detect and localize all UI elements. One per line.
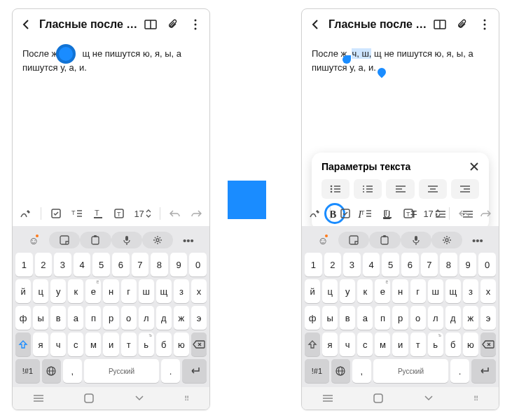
- key[interactable]: р: [392, 306, 408, 330]
- back-icon[interactable]: [17, 15, 36, 34]
- key[interactable]: и: [103, 332, 118, 356]
- key[interactable]: з: [463, 279, 478, 303]
- back-nav-icon[interactable]: [134, 395, 144, 402]
- key[interactable]: б: [445, 332, 461, 356]
- key[interactable]: ц: [33, 279, 48, 303]
- key[interactable]: ю: [174, 332, 189, 356]
- space-key[interactable]: Русский: [373, 359, 449, 383]
- key[interactable]: ф: [305, 306, 320, 330]
- key[interactable]: 4: [363, 253, 380, 276]
- home-icon[interactable]: [84, 393, 94, 403]
- key[interactable]: 5: [92, 253, 110, 276]
- handwriting-icon[interactable]: [20, 207, 32, 220]
- key[interactable]: ы: [33, 306, 48, 330]
- emoji-icon[interactable]: ☺: [307, 234, 338, 246]
- enter-key[interactable]: [471, 359, 496, 383]
- text-format-icon[interactable]: T: [71, 208, 83, 219]
- handwriting-icon[interactable]: [309, 207, 321, 220]
- redo-icon[interactable]: [479, 209, 492, 218]
- key[interactable]: 6: [401, 253, 419, 276]
- attachment-icon[interactable]: [163, 15, 183, 34]
- enter-key[interactable]: [182, 359, 207, 383]
- key[interactable]: б: [156, 332, 172, 356]
- checkbox-icon[interactable]: [339, 208, 352, 219]
- key[interactable]: й: [15, 279, 31, 303]
- key[interactable]: ш: [139, 279, 154, 303]
- key[interactable]: г: [121, 279, 137, 303]
- key[interactable]: л: [428, 306, 443, 330]
- font-size-control[interactable]: 17: [423, 209, 440, 219]
- key[interactable]: с: [357, 332, 373, 356]
- key[interactable]: д: [445, 306, 461, 330]
- key[interactable]: ф: [15, 306, 31, 330]
- key[interactable]: 7: [421, 253, 438, 276]
- key[interactable]: а: [357, 306, 373, 330]
- expand-icon[interactable]: •••: [462, 234, 493, 246]
- clipboard-icon[interactable]: [80, 232, 111, 248]
- expand-icon[interactable]: •••: [173, 234, 204, 246]
- key[interactable]: 7: [132, 253, 149, 276]
- key[interactable]: 6: [112, 253, 130, 276]
- reader-icon[interactable]: [141, 15, 160, 34]
- key[interactable]: м: [375, 332, 390, 356]
- key[interactable]: 0: [189, 253, 207, 276]
- space-key[interactable]: Русский: [84, 359, 160, 383]
- undo-icon[interactable]: [169, 209, 181, 218]
- clipboard-icon[interactable]: [369, 232, 400, 248]
- note-editor[interactable]: После ж, ч, ш, щ не пишутся ю, я, ы, а п…: [302, 40, 499, 81]
- key[interactable]: 5: [382, 253, 399, 276]
- key[interactable]: х: [480, 279, 496, 303]
- shift-key[interactable]: [305, 332, 320, 356]
- key[interactable]: ч: [340, 332, 355, 356]
- key[interactable]: ч: [50, 332, 66, 356]
- key[interactable]: з: [174, 279, 189, 303]
- backspace-key[interactable]: [191, 332, 207, 356]
- period-key[interactable]: .: [161, 359, 180, 383]
- key[interactable]: 0: [478, 253, 496, 276]
- key[interactable]: р: [103, 306, 118, 330]
- key[interactable]: 2: [35, 253, 53, 276]
- reader-icon[interactable]: [430, 15, 450, 34]
- key[interactable]: в: [340, 306, 355, 330]
- key[interactable]: я: [33, 332, 48, 356]
- key[interactable]: г: [410, 279, 426, 303]
- backspace-key[interactable]: [480, 332, 496, 356]
- key[interactable]: л: [139, 306, 154, 330]
- symbols-key[interactable]: !#1: [15, 359, 40, 383]
- key[interactable]: э: [480, 306, 496, 330]
- key[interactable]: 9: [459, 253, 477, 276]
- key[interactable]: н: [392, 279, 408, 303]
- back-icon[interactable]: [306, 15, 326, 34]
- undo-icon[interactable]: [458, 209, 471, 218]
- key[interactable]: ьъ: [428, 332, 443, 356]
- selection-handle-end[interactable]: [376, 66, 388, 78]
- key[interactable]: у: [340, 279, 355, 303]
- key[interactable]: 2: [324, 253, 342, 276]
- emoji-icon[interactable]: ☺: [18, 234, 49, 246]
- key[interactable]: щ: [445, 279, 461, 303]
- note-editor[interactable]: После ж щ не пишутся ю, я, ы, а пишутся …: [13, 40, 209, 81]
- key[interactable]: п: [85, 306, 101, 330]
- key[interactable]: с: [68, 332, 83, 356]
- language-key[interactable]: [331, 359, 350, 383]
- align-right-button[interactable]: [451, 179, 479, 199]
- key[interactable]: м: [85, 332, 101, 356]
- key[interactable]: я: [322, 332, 338, 356]
- key[interactable]: 3: [343, 253, 361, 276]
- attachment-icon[interactable]: [452, 15, 472, 34]
- checkbox-icon[interactable]: [50, 208, 62, 219]
- key[interactable]: х: [191, 279, 207, 303]
- settings-icon[interactable]: [142, 232, 173, 248]
- key[interactable]: 3: [54, 253, 71, 276]
- voice-icon[interactable]: [401, 232, 431, 248]
- language-key[interactable]: [42, 359, 61, 383]
- comma-key[interactable]: ,: [352, 359, 371, 383]
- key[interactable]: 9: [170, 253, 188, 276]
- align-center-button[interactable]: [419, 179, 447, 199]
- sticker-icon[interactable]: [338, 232, 369, 248]
- key[interactable]: ш: [428, 279, 443, 303]
- key[interactable]: т: [121, 332, 137, 356]
- key[interactable]: ы: [322, 306, 338, 330]
- keyboard-nav-icon[interactable]: ⠿: [184, 395, 189, 402]
- text-format-icon[interactable]: T: [360, 208, 373, 219]
